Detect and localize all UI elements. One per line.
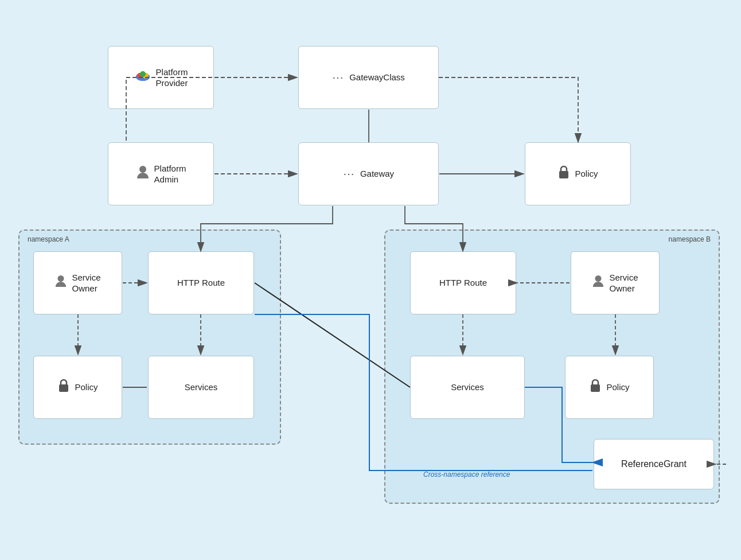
service-owner-a-label: ServiceOwner <box>72 272 100 294</box>
policy-top-label: Policy <box>575 168 598 180</box>
namespace-a-label: namespace A <box>28 235 69 243</box>
http-route-a-label: HTTP Route <box>177 277 225 289</box>
person-icon-a <box>54 274 67 292</box>
services-b-box: Services <box>410 356 525 419</box>
gateway-class-label: GatewayClass <box>349 72 405 83</box>
person-icon-b <box>592 274 604 292</box>
platform-provider-label: PlatformProvider <box>156 67 188 89</box>
person-icon-1 <box>136 165 150 183</box>
services-a-label: Services <box>185 382 218 393</box>
http-route-b-label: HTTP Route <box>439 277 487 289</box>
gcloud-icon <box>134 69 151 86</box>
services-a-box: Services <box>148 356 254 419</box>
service-owner-b-box: ServiceOwner <box>571 251 660 314</box>
cross-ns-label: Cross-namespace reference <box>423 470 510 479</box>
policy-a-label: Policy <box>75 382 98 393</box>
dots-icon-1: ⋯ <box>332 71 345 84</box>
policy-b-label: Policy <box>606 382 629 393</box>
gateway-box: ⋯ Gateway <box>298 142 439 205</box>
svg-rect-10 <box>591 384 600 392</box>
services-b-label: Services <box>451 382 484 393</box>
http-route-a-box: HTTP Route <box>148 251 254 314</box>
svg-point-9 <box>595 275 602 282</box>
svg-point-7 <box>58 275 64 282</box>
lock-icon-b <box>589 378 602 396</box>
platform-admin-label: PlatformAdmin <box>154 163 186 185</box>
platform-provider-box: PlatformProvider <box>108 46 214 109</box>
policy-a-box: Policy <box>33 356 122 419</box>
platform-admin-box: PlatformAdmin <box>108 142 214 205</box>
lock-icon-top <box>557 165 570 183</box>
svg-rect-6 <box>559 171 568 178</box>
service-owner-b-label: ServiceOwner <box>609 272 638 294</box>
reference-grant-label: ReferenceGrant <box>621 458 687 470</box>
lock-icon-a <box>57 378 70 396</box>
svg-point-4 <box>140 71 146 77</box>
gateway-class-box: ⋯ GatewayClass <box>298 46 439 109</box>
svg-rect-8 <box>59 384 68 392</box>
diagram-container: namespace A namespace B PlatformProvi <box>11 11 730 549</box>
dots-icon-2: ⋯ <box>343 167 356 181</box>
policy-top-box: Policy <box>525 142 631 205</box>
service-owner-a-box: ServiceOwner <box>33 251 122 314</box>
http-route-b-box: HTTP Route <box>410 251 516 314</box>
policy-b-box: Policy <box>565 356 654 419</box>
svg-point-5 <box>139 166 146 173</box>
reference-grant-box: ReferenceGrant <box>594 439 714 489</box>
namespace-b-label: namespace B <box>669 235 711 243</box>
gateway-label: Gateway <box>360 168 394 180</box>
